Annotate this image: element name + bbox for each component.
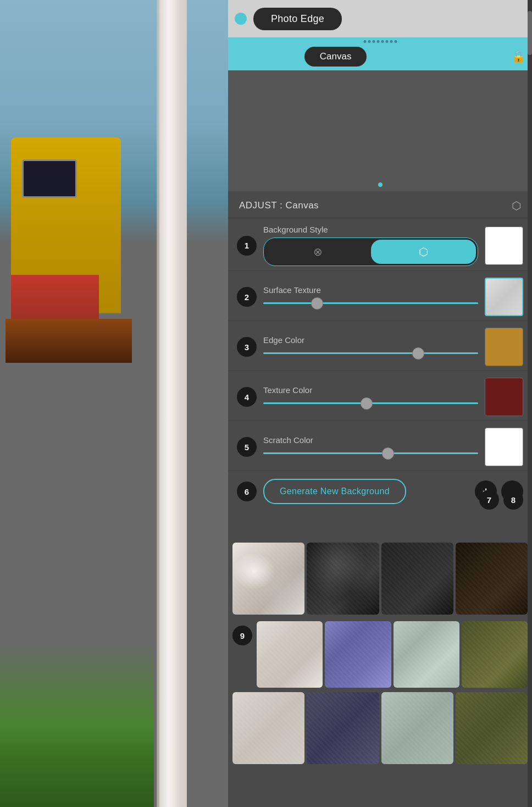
right-panel: Photo Edge Canvas 🔒 ADJUST : Canvas ⬡ bbox=[228, 0, 532, 807]
thumbnail-8[interactable] bbox=[462, 621, 528, 687]
photo-edge-strip bbox=[157, 0, 187, 807]
lock-icon[interactable]: 🔒 bbox=[512, 50, 525, 63]
surface-texture-thumb[interactable] bbox=[311, 297, 323, 309]
scratch-color-label: Scratch Color bbox=[263, 435, 478, 445]
thumbnail-11[interactable] bbox=[381, 692, 453, 764]
edge-color-swatch[interactable] bbox=[485, 328, 523, 366]
scratch-color-swatch[interactable] bbox=[485, 428, 523, 466]
step-badge-8: 8 bbox=[503, 490, 523, 510]
style-texture-btn[interactable]: ⬡ bbox=[371, 240, 476, 264]
thumbnail-grid-row1 bbox=[228, 538, 532, 619]
thumbnail-6[interactable] bbox=[325, 621, 391, 687]
scratch-color-control: Scratch Color bbox=[263, 435, 478, 459]
background-style-row: 1 Background Style ⊗ ⬡ bbox=[228, 218, 532, 271]
texture-color-control: Texture Color bbox=[263, 385, 478, 409]
surface-texture-slider[interactable] bbox=[263, 298, 478, 309]
step-badge-9: 9 bbox=[232, 626, 252, 645]
surface-texture-control: Surface Texture bbox=[263, 285, 478, 309]
photo-panel bbox=[0, 0, 228, 807]
edge-color-row: 3 Edge Color bbox=[228, 321, 532, 371]
thumbnail-7[interactable] bbox=[394, 621, 459, 687]
background-style-label: Background Style bbox=[263, 225, 478, 234]
step-badge-7: 7 bbox=[479, 490, 499, 510]
style-blend-btn[interactable]: ⊗ bbox=[265, 240, 371, 264]
canvas-drag-dots bbox=[363, 40, 397, 43]
scrollbar-track[interactable] bbox=[528, 0, 532, 807]
background-style-control: Background Style ⊗ ⬡ bbox=[263, 225, 478, 266]
surface-texture-track bbox=[263, 302, 478, 304]
thumbnail-3[interactable] bbox=[381, 543, 453, 615]
step-badge-3: 3 bbox=[237, 337, 257, 357]
texture-color-label: Texture Color bbox=[263, 385, 478, 395]
thumbnail-2[interactable] bbox=[307, 543, 379, 615]
scratch-color-track bbox=[263, 452, 478, 454]
texture-color-track bbox=[263, 402, 478, 404]
edge-color-label: Edge Color bbox=[263, 335, 478, 345]
step-badge-1: 1 bbox=[237, 236, 257, 256]
edge-color-thumb[interactable] bbox=[412, 347, 424, 360]
tab-indicator-dot bbox=[235, 13, 247, 25]
generate-button[interactable]: Generate New Background bbox=[263, 479, 406, 504]
scratch-color-thumb[interactable] bbox=[382, 447, 394, 460]
vegetation bbox=[0, 642, 154, 807]
thumbnail-5[interactable] bbox=[257, 621, 323, 687]
thumbnail-grid-row3 bbox=[228, 692, 532, 769]
step-badge-5: 5 bbox=[237, 437, 257, 457]
background-style-swatch[interactable] bbox=[485, 226, 523, 265]
step-badge-4: 4 bbox=[237, 387, 257, 407]
canvas-bar: Canvas 🔒 bbox=[228, 37, 532, 70]
preview-indicator-dot bbox=[378, 183, 383, 187]
scrollbar-thumb[interactable] bbox=[528, 11, 532, 55]
thumbnail-4[interactable] bbox=[456, 543, 528, 615]
step-badge-6: 6 bbox=[237, 482, 257, 501]
texture-color-thumb[interactable] bbox=[361, 397, 373, 410]
thumbnail-9[interactable] bbox=[232, 692, 304, 764]
adjust-title: ADJUST : Canvas bbox=[239, 200, 319, 211]
style-toggle[interactable]: ⊗ ⬡ bbox=[263, 237, 478, 266]
thumbnail-grid-row2 bbox=[257, 621, 528, 687]
preview-area bbox=[228, 70, 532, 191]
train-rust bbox=[5, 319, 132, 363]
edge-color-track bbox=[263, 352, 478, 354]
texture-color-row: 4 Texture Color bbox=[228, 371, 532, 421]
adjust-section: ADJUST : Canvas ⬡ 1 Background Style ⊗ ⬡… bbox=[228, 191, 532, 807]
thumbnail-12[interactable] bbox=[456, 692, 528, 764]
step-badge-2: 2 bbox=[237, 287, 257, 307]
scratch-color-row: 5 Scratch Color bbox=[228, 421, 532, 471]
scratch-color-slider[interactable] bbox=[263, 448, 478, 459]
thumbnail-10[interactable] bbox=[307, 692, 379, 764]
canvas-tab[interactable]: Canvas bbox=[304, 47, 367, 67]
edge-color-control: Edge Color bbox=[263, 335, 478, 359]
surface-texture-swatch[interactable] bbox=[485, 278, 523, 316]
surface-texture-row: 2 Surface Texture bbox=[228, 271, 532, 321]
edge-color-slider[interactable] bbox=[263, 348, 478, 359]
adjust-header: ADJUST : Canvas ⬡ bbox=[228, 191, 532, 218]
texture-color-slider[interactable] bbox=[263, 398, 478, 409]
tab-bar: Photo Edge bbox=[228, 0, 532, 37]
photo-edge-tab[interactable]: Photo Edge bbox=[253, 8, 342, 30]
surface-texture-label: Surface Texture bbox=[263, 285, 478, 295]
settings-icon[interactable]: ⬡ bbox=[512, 199, 521, 212]
texture-color-swatch[interactable] bbox=[485, 378, 523, 416]
thumbnail-1[interactable] bbox=[232, 543, 304, 615]
train-window bbox=[22, 159, 77, 198]
